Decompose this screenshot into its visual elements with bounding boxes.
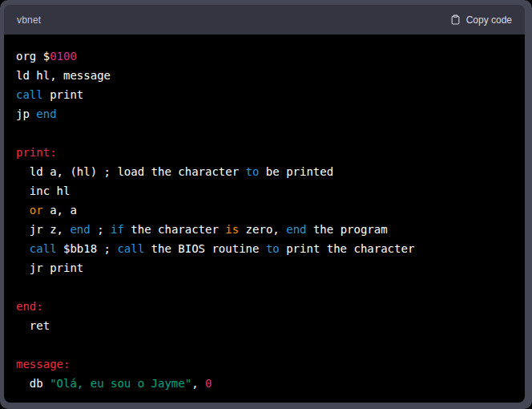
code-line: ld a, (hl) ; load the character to be pr… (16, 162, 512, 181)
code-line: jp end (16, 104, 512, 124)
code-line: db "Olá, eu sou o Jayme", 0 (16, 374, 512, 393)
code-line: org $0100 (16, 47, 512, 66)
code-line: message: (16, 354, 512, 374)
code-line: ld hl, message (16, 66, 512, 85)
code-line: call print (16, 85, 512, 104)
code-line: call $bb18 ; call the BIOS routine to pr… (16, 239, 512, 258)
code-line: jr z, end ; if the character is zero, en… (16, 220, 512, 239)
copy-code-label: Copy code (466, 14, 512, 26)
code-content: org $0100ld hl, messagecall printjp end … (4, 34, 525, 403)
code-line: ret (16, 316, 512, 335)
page-background: vbnet Copy code org $0100ld hl, messagec… (0, 0, 532, 409)
code-line (16, 277, 512, 297)
copy-code-button[interactable]: Copy code (449, 10, 514, 29)
code-block: vbnet Copy code org $0100ld hl, messagec… (4, 5, 525, 403)
language-label: vbnet (17, 14, 41, 26)
code-line: or a, a (16, 200, 512, 220)
code-line: jr print (16, 258, 512, 277)
code-block-header: vbnet Copy code (4, 5, 525, 34)
code-line (16, 124, 512, 143)
code-line: print: (16, 143, 512, 162)
code-line: end: (16, 297, 512, 316)
clipboard-icon (450, 14, 461, 26)
code-line (16, 335, 512, 354)
code-line: inc hl (16, 181, 512, 200)
